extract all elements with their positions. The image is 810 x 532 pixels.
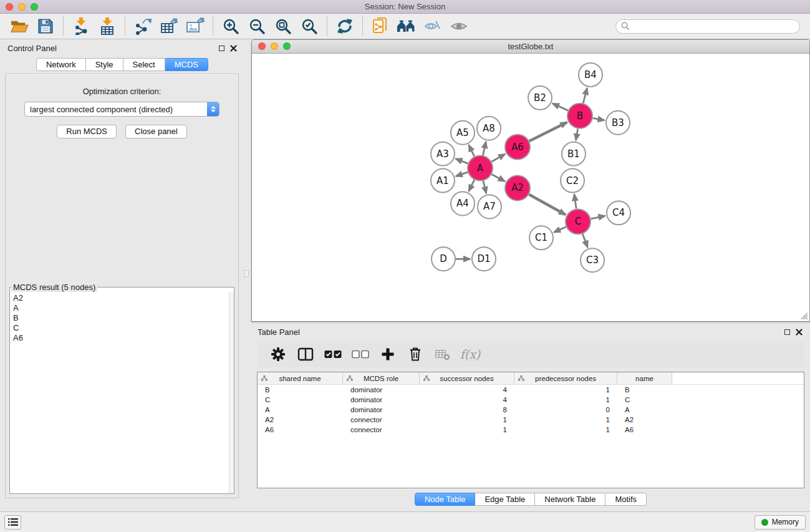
edge-A-A5[interactable]: [469, 145, 475, 156]
table-cell[interactable]: C: [617, 396, 672, 404]
export-table-icon[interactable]: [156, 16, 182, 37]
result-item[interactable]: A: [13, 303, 234, 313]
resize-grip-icon[interactable]: [799, 311, 808, 320]
save-session-icon[interactable]: [32, 16, 59, 37]
result-item[interactable]: A6: [13, 333, 234, 343]
edge-A-A8[interactable]: [483, 142, 486, 155]
tab-network-table[interactable]: Network Table: [535, 493, 605, 506]
run-mcds-button[interactable]: Run MCDS: [57, 125, 117, 138]
close-panel-icon[interactable]: [230, 45, 237, 52]
table-row[interactable]: Adominator80A: [258, 405, 804, 415]
column-view-icon[interactable]: [292, 343, 319, 365]
edge-A2-C[interactable]: [529, 195, 566, 215]
table-cell[interactable]: A2: [617, 416, 672, 423]
table-cell[interactable]: A2: [258, 416, 343, 423]
zoom-out-icon[interactable]: [244, 16, 270, 37]
column-header-shared-name[interactable]: shared name: [258, 372, 343, 384]
table-cell[interactable]: 4: [420, 386, 514, 394]
tab-mcds[interactable]: MCDS: [165, 58, 208, 71]
table-cell[interactable]: 8: [420, 406, 514, 414]
add-column-icon[interactable]: [374, 343, 402, 365]
export-network-icon[interactable]: [130, 16, 156, 37]
search-input[interactable]: [633, 22, 794, 31]
tab-node-table[interactable]: Node Table: [415, 493, 476, 506]
edge-C-C4[interactable]: [591, 216, 605, 219]
table-cell[interactable]: A6: [258, 426, 343, 433]
result-item[interactable]: C: [13, 323, 234, 333]
tab-select[interactable]: Select: [123, 58, 165, 71]
table-cell[interactable]: connector: [343, 426, 420, 433]
table-cell[interactable]: B: [258, 386, 343, 394]
tab-style[interactable]: Style: [86, 58, 123, 71]
network-maximize-button[interactable]: [283, 42, 291, 50]
table-cell[interactable]: dominator: [343, 386, 420, 394]
tab-network[interactable]: Network: [36, 58, 86, 71]
optimization-criterion-select[interactable]: largest connected component (directed): [24, 102, 219, 117]
table-cell[interactable]: dominator: [343, 406, 420, 414]
show-all-icon[interactable]: [446, 16, 472, 37]
float-panel-icon[interactable]: [219, 46, 224, 51]
split-divider-handle[interactable]: [244, 270, 249, 277]
network-close-button[interactable]: [258, 42, 266, 50]
edge-A-A2[interactable]: [492, 174, 505, 181]
result-item[interactable]: A2: [13, 293, 234, 303]
first-neighbors-icon[interactable]: [393, 16, 420, 37]
maximize-window-button[interactable]: [31, 3, 38, 11]
open-file-icon[interactable]: [6, 16, 32, 37]
edge-B-B3[interactable]: [593, 118, 605, 120]
import-network-icon[interactable]: [68, 16, 94, 37]
table-cell[interactable]: 1: [514, 386, 617, 394]
tab-motifs[interactable]: Motifs: [605, 493, 647, 506]
edge-C-C1[interactable]: [554, 227, 566, 233]
edge-A-A7[interactable]: [483, 181, 486, 193]
edge-A-A4[interactable]: [469, 180, 475, 191]
table-cell[interactable]: A6: [617, 426, 672, 433]
deselect-all-icon[interactable]: [347, 343, 374, 365]
network-window-titlebar[interactable]: testGlobe.txt: [252, 40, 809, 54]
network-canvas[interactable]: AA1A2A3A4A5A6A7A8BB1B2B3B4CC1C2C3C4DD1: [252, 54, 809, 321]
column-header-name[interactable]: name: [617, 372, 672, 384]
float-table-panel-icon[interactable]: [784, 329, 790, 335]
result-item[interactable]: B: [13, 313, 234, 323]
table-row[interactable]: A6connector11A6: [258, 425, 804, 435]
column-header-MCDS-role[interactable]: MCDS role: [343, 372, 420, 384]
column-header-predecessor-nodes[interactable]: predecessor nodes: [514, 372, 617, 384]
table-cell[interactable]: A: [617, 406, 672, 414]
table-cell[interactable]: 1: [420, 426, 514, 433]
import-table-icon[interactable]: [94, 16, 120, 37]
edge-A-A6[interactable]: [491, 154, 505, 162]
edge-A6-B[interactable]: [529, 122, 567, 141]
node-table[interactable]: shared nameMCDS rolesuccessor nodesprede…: [257, 372, 804, 488]
refresh-icon[interactable]: [332, 16, 358, 37]
close-panel-button[interactable]: Close panel: [125, 125, 187, 138]
table-cell[interactable]: 0: [514, 406, 617, 414]
table-cell[interactable]: 4: [420, 396, 514, 404]
edge-C-C2[interactable]: [574, 194, 576, 208]
table-body[interactable]: Bdominator41BCdominator41CAdominator80AA…: [258, 385, 804, 435]
close-window-button[interactable]: [6, 3, 13, 11]
new-network-from-selection-icon[interactable]: [367, 16, 393, 37]
table-row[interactable]: Bdominator41B: [258, 385, 804, 395]
table-cell[interactable]: A: [258, 406, 343, 414]
settings-gear-icon[interactable]: [264, 343, 292, 365]
table-cell[interactable]: connector: [343, 416, 420, 423]
table-cell[interactable]: 1: [514, 416, 617, 423]
mcds-result-list[interactable]: A2ABCA6: [10, 292, 234, 493]
delete-column-icon[interactable]: [402, 343, 429, 365]
network-graph[interactable]: AA1A2A3A4A5A6A7A8BB1B2B3B4CC1C2C3C4DD1: [252, 54, 809, 321]
show-panels-button[interactable]: [4, 515, 21, 530]
export-image-icon[interactable]: [182, 16, 208, 37]
zoom-in-icon[interactable]: [218, 16, 244, 37]
search-box[interactable]: [615, 19, 800, 34]
hide-selected-icon[interactable]: [420, 16, 446, 37]
zoom-fit-icon[interactable]: [270, 16, 296, 37]
edge-B-B1[interactable]: [576, 128, 578, 140]
table-cell[interactable]: dominator: [343, 396, 420, 404]
minimize-window-button[interactable]: [18, 3, 26, 11]
table-cell[interactable]: 1: [514, 426, 617, 433]
close-table-panel-icon[interactable]: [796, 329, 803, 336]
memory-button[interactable]: Memory: [755, 515, 806, 530]
zoom-selected-icon[interactable]: [296, 16, 322, 37]
edge-B-B4[interactable]: [583, 88, 587, 103]
select-all-icon[interactable]: [319, 343, 347, 365]
